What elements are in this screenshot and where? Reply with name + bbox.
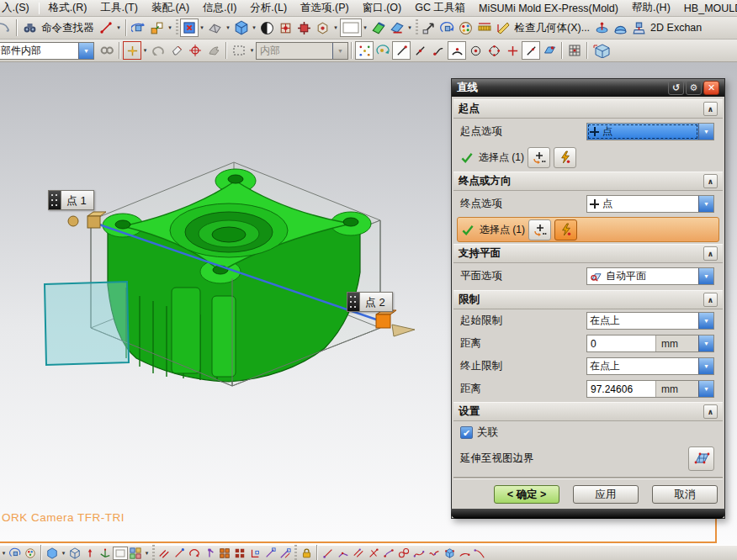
move-component-icon[interactable] <box>295 18 314 37</box>
render-style-caret-icon[interactable]: ▾ <box>225 24 232 31</box>
snap-point-bolt-button[interactable] <box>554 147 576 168</box>
multi-view-caret-icon[interactable]: ▾ <box>143 550 151 557</box>
line-pair-icon[interactable] <box>262 547 278 560</box>
menu-preferences[interactable]: 首选项.(P) <box>294 0 356 17</box>
toolbar-grip[interactable] <box>176 19 178 36</box>
sketch-wave-icon[interactable] <box>427 547 442 560</box>
linked-gears-icon[interactable] <box>98 41 116 60</box>
menu-assemblies[interactable]: 装配.(A) <box>145 0 196 17</box>
toolbar-grip[interactable] <box>294 545 297 560</box>
offset-point-icon[interactable] <box>247 547 262 560</box>
eraser-filter-icon[interactable] <box>167 41 186 60</box>
dialog-title-bar[interactable]: 直线 ↺ ⚙ ✕ <box>452 79 724 97</box>
back-arrow-icon[interactable] <box>0 18 13 37</box>
point-filter-caret-icon[interactable]: ▾ <box>141 47 149 54</box>
palette-icon[interactable] <box>457 18 475 37</box>
window-display-caret-icon[interactable]: ▾ <box>199 24 206 31</box>
point-filter-icon[interactable] <box>123 41 141 60</box>
end-distance-down-icon[interactable]: ▼ <box>698 381 713 397</box>
csys-icon[interactable] <box>98 547 113 560</box>
menu-misumi[interactable]: MiSUMi Mold EX-Press(Mold) <box>472 1 625 16</box>
plane-option-combo[interactable]: 自动平面 ▼ <box>586 267 714 285</box>
snap-point-on-face-icon[interactable] <box>540 41 559 60</box>
rotate-view-icon[interactable] <box>8 547 23 560</box>
menu-insert[interactable]: 入.(S) <box>0 0 36 17</box>
cancel-button[interactable]: 取消 <box>652 485 718 504</box>
start-limit-caret-icon[interactable]: ▼ <box>698 313 713 329</box>
snapshot-caret-icon[interactable]: ▾ <box>167 24 174 31</box>
appearance-icon[interactable] <box>258 18 277 37</box>
solid-box-icon[interactable] <box>442 547 457 560</box>
command-finder-label[interactable]: 命令查找器 <box>39 21 97 35</box>
dialog-resize-bar[interactable] <box>451 509 725 519</box>
snap-endpoint-icon[interactable] <box>392 41 411 60</box>
extend-to-view-button[interactable] <box>688 446 714 471</box>
spin-check-icon[interactable] <box>592 18 611 37</box>
drag-handle-icon[interactable] <box>49 191 61 209</box>
lock-icon[interactable] <box>299 547 314 560</box>
shaded-view-icon[interactable] <box>45 547 60 560</box>
binoculars-icon[interactable] <box>20 18 39 37</box>
orbit-icon[interactable] <box>130 18 148 37</box>
view-layout-caret-icon[interactable]: ▾ <box>362 24 369 31</box>
snap-rotate-point-icon[interactable] <box>374 41 392 60</box>
start-distance-down-icon[interactable]: ▼ <box>698 335 713 351</box>
start-select-point-row[interactable]: 选择点 (1) <box>457 145 719 170</box>
collapse-support-icon[interactable]: ∧ <box>703 246 718 261</box>
pattern-grid-filled-icon[interactable] <box>232 547 247 560</box>
shaded-cube-caret-icon[interactable]: ▾ <box>251 24 258 31</box>
menu-gc-toolbox[interactable]: GC 工具箱 <box>408 0 472 17</box>
selection-scope-combo[interactable]: 部件内部 ▼ <box>0 42 94 60</box>
collapse-limits-icon[interactable]: ∧ <box>703 293 718 307</box>
start-option-combo[interactable]: 点 ▼ <box>586 123 714 140</box>
apply-button[interactable]: 应用 <box>573 485 639 504</box>
snap-midpoint-icon[interactable] <box>411 41 429 60</box>
snap-control-point-icon[interactable] <box>429 41 448 60</box>
sketch-link-icon[interactable] <box>381 547 396 560</box>
section-end-point[interactable]: 终点或方向 ∧ <box>453 172 723 191</box>
vector-up-icon[interactable] <box>82 547 98 560</box>
point2-drag-label[interactable]: 点 2 <box>347 292 393 312</box>
sketch-curve-end-icon[interactable] <box>472 547 487 560</box>
measure-angle-icon[interactable] <box>494 18 512 37</box>
parallel-lines-icon[interactable] <box>156 547 172 560</box>
wireframe-view-icon[interactable] <box>67 547 82 560</box>
menu-hb-mould[interactable]: HB_MOULD M6.3 <box>677 1 737 16</box>
assembly-constraint-icon[interactable] <box>277 18 295 37</box>
palette-small-icon[interactable] <box>23 547 38 560</box>
point1-drag-label[interactable]: 点 1 <box>48 190 94 210</box>
toolbar-grip[interactable] <box>416 19 418 36</box>
close-icon[interactable]: ✕ <box>703 81 719 95</box>
snap-center-icon[interactable] <box>466 41 485 60</box>
clip-section-caret-icon[interactable]: ▾ <box>406 24 414 31</box>
end-select-point-row[interactable]: 选择点 (1) <box>457 217 719 242</box>
start-option-caret-icon[interactable]: ▼ <box>698 124 713 140</box>
grid-snap-icon[interactable] <box>565 41 584 60</box>
measure-vertex-icon[interactable] <box>202 547 217 560</box>
rotate-object-icon[interactable] <box>438 18 457 37</box>
glass-box-icon[interactable] <box>591 41 614 60</box>
section-support-plane[interactable]: 支持平面 ∧ <box>453 244 723 263</box>
dialog-options-gear-icon[interactable]: ⚙ <box>686 81 702 95</box>
end-limit-caret-icon[interactable]: ▼ <box>698 358 713 374</box>
menu-window[interactable]: 窗口.(O) <box>356 0 409 17</box>
ok-button[interactable]: < 确定 > <box>494 485 559 504</box>
sketch-line-icon[interactable] <box>321 547 336 560</box>
multi-view-icon[interactable] <box>128 547 143 560</box>
collapse-settings-icon[interactable]: ∧ <box>703 404 718 419</box>
sketch-parallel-icon[interactable] <box>351 547 366 560</box>
snap-point-on-curve-icon[interactable] <box>522 41 540 60</box>
sketch-spline-icon[interactable] <box>411 547 427 560</box>
marquee-caret-icon[interactable]: ▾ <box>248 47 256 54</box>
point-dialog-button[interactable] <box>528 219 551 240</box>
plane-option-caret-icon[interactable]: ▼ <box>698 268 713 284</box>
section-start-point[interactable]: 起点 ∧ <box>453 99 723 119</box>
render-style-icon[interactable] <box>206 18 225 37</box>
stamp-icon[interactable] <box>629 18 648 37</box>
shaded-view-caret-icon[interactable]: ▾ <box>60 550 67 557</box>
snap-quadrant-icon[interactable] <box>485 41 503 60</box>
measure-distance-icon[interactable] <box>475 18 494 37</box>
shaded-cube-icon[interactable] <box>232 18 251 37</box>
start-distance-input[interactable] <box>587 335 656 351</box>
snap-existing-point-icon[interactable] <box>503 41 522 60</box>
